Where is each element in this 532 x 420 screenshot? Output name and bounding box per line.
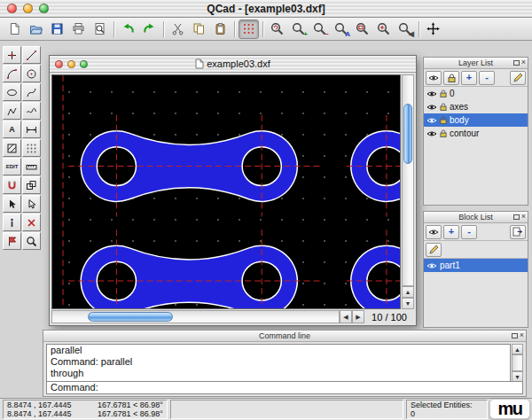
close-button[interactable] [7,4,17,13]
tool-arcs-button[interactable] [3,65,21,82]
panel-float-icon[interactable] [513,214,520,220]
zoom-previous-button[interactable]: ◀ [395,19,415,39]
command-history[interactable]: parallel Command: parallel through [46,344,511,382]
tool-text-button[interactable]: A [3,121,21,138]
vertical-scroll-track[interactable] [402,74,414,286]
zoom-auto-button[interactable]: A [331,19,351,39]
lock-icon[interactable] [440,89,447,97]
print-preview-button[interactable] [90,19,110,39]
zoom-out-button[interactable]: − [309,19,330,39]
tool-lines-button[interactable] [22,46,41,64]
block-remove-button[interactable]: - [461,225,477,239]
block-edit-button[interactable] [426,243,442,257]
maximize-button[interactable] [39,4,49,13]
save-button[interactable] [47,19,67,39]
redo-button[interactable] [139,19,160,39]
tool-freehand-button[interactable] [22,102,41,120]
zoom-redraw-button[interactable] [267,19,287,39]
tool-edit-button[interactable]: EDIT [3,158,21,175]
panel-close-icon[interactable]: × [521,213,526,221]
vertical-scrollbar[interactable]: ▲ ▼ [402,74,414,309]
lock-icon[interactable] [440,116,447,124]
zoom-window-button[interactable] [352,19,372,39]
zoom-in-button[interactable]: + [288,19,309,39]
scroll-up-button[interactable]: ▲ [512,344,523,354]
panel-close-icon[interactable]: × [521,58,526,66]
block-insert-button[interactable] [510,225,526,239]
tool-snap-button[interactable] [3,176,21,194]
new-file-button[interactable] [4,19,25,39]
tool-image-button[interactable] [22,139,41,157]
tool-delete-button[interactable] [22,214,41,231]
scroll-down-button[interactable]: ▼ [402,298,414,309]
print-button[interactable] [68,19,89,39]
eye-icon[interactable] [426,117,437,124]
horizontal-scroll-thumb[interactable] [88,312,173,322]
eye-icon[interactable] [426,130,437,137]
scroll-left-button[interactable]: ◀ [340,310,352,323]
command-scroll-track[interactable] [512,354,523,371]
document-minimize-button[interactable] [67,60,75,68]
scroll-up-button[interactable]: ▲ [402,286,414,298]
zoom-pan-button[interactable] [373,19,394,39]
paste-button[interactable] [210,19,231,39]
move-view-button[interactable] [423,19,443,39]
layer-row-0[interactable]: 0 [424,87,528,100]
tool-blocks-button[interactable] [22,176,41,194]
cut-button[interactable] [168,19,188,39]
undo-button[interactable] [118,19,138,39]
tool-points-button[interactable] [3,46,21,64]
layer-visibility-button[interactable] [426,71,442,85]
tool-info-button[interactable] [3,214,21,231]
document-maximize-button[interactable] [80,60,88,68]
layer-name: 0 [450,89,455,98]
lock-icon[interactable] [440,129,447,137]
command-line-titlebar[interactable]: Command line × [43,331,526,342]
window-titlebar[interactable]: QCad - [example03.dxf] [0,0,532,18]
grid-toggle-button[interactable] [239,19,259,39]
layer-list-titlebar[interactable]: Layer List × [424,58,528,69]
layer-row-body[interactable]: body [424,113,528,127]
layer-row-axes[interactable]: axes [424,100,528,113]
eye-icon[interactable] [426,262,437,269]
tool-dimensions-button[interactable] [22,121,41,138]
panel-float-icon[interactable] [512,333,518,338]
block-list-titlebar[interactable]: Block List × [424,212,528,223]
vertical-scroll-thumb[interactable] [403,104,412,164]
panel-float-icon[interactable] [513,60,520,66]
layer-lock-button[interactable] [443,71,459,85]
tool-measure-button[interactable] [22,158,41,175]
tool-ellipses-button[interactable] [3,83,21,101]
layer-row-contour[interactable]: contour [424,127,528,140]
command-history-scrollbar[interactable]: ▲ ▼ [512,344,523,382]
tool-zoom-button[interactable] [22,232,41,250]
tool-circles-button[interactable] [22,65,41,82]
block-row-part1[interactable]: part1 [424,259,528,272]
block-add-button[interactable]: + [443,225,459,239]
window-title: QCad - [example03.dxf] [0,3,532,15]
tool-deselect-button[interactable] [22,195,41,213]
layer-remove-button[interactable]: - [479,71,495,85]
tool-select-button[interactable] [3,195,21,213]
document-titlebar[interactable]: example03.dxf [50,56,416,73]
layer-add-button[interactable]: + [461,71,477,85]
command-input[interactable]: Command: [46,381,523,394]
tool-tag-button[interactable] [3,232,21,250]
copy-button[interactable] [189,19,209,39]
horizontal-scroll-track[interactable] [51,310,340,323]
eye-icon[interactable] [426,90,437,97]
polyline-icon [6,105,18,117]
block-visibility-button[interactable] [426,225,442,239]
lock-icon[interactable] [440,103,447,111]
drawing-canvas[interactable] [51,74,401,309]
tool-splines-button[interactable] [22,83,41,101]
panel-close-icon[interactable]: × [520,331,524,339]
scroll-right-button[interactable]: ▶ [352,310,364,323]
minimize-button[interactable] [23,4,33,13]
document-close-button[interactable] [55,60,63,68]
layer-edit-button[interactable] [510,71,526,85]
eye-icon[interactable] [426,104,437,111]
tool-hatch-button[interactable] [3,139,21,157]
tool-polylines-button[interactable] [3,102,21,120]
open-file-button[interactable] [26,19,46,39]
